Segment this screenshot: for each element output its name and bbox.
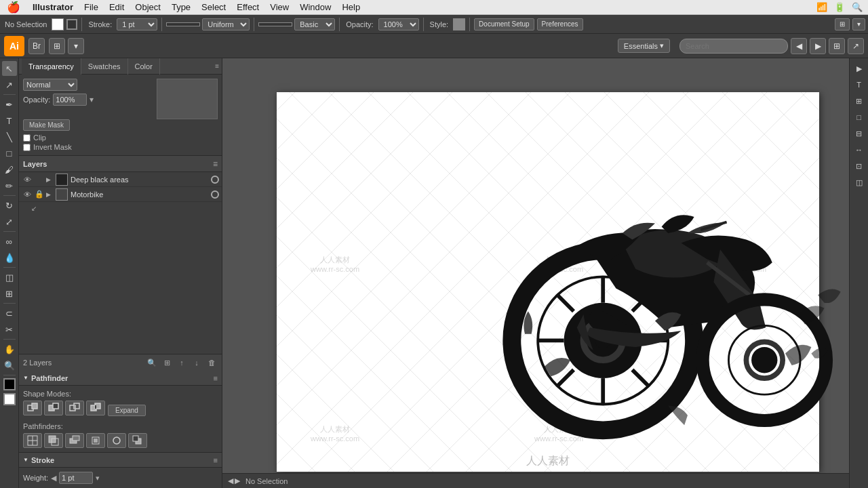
menu-help[interactable]: Help bbox=[336, 0, 366, 15]
crop-btn[interactable] bbox=[86, 433, 105, 448]
expand-arrow-1[interactable]: ▶ bbox=[46, 176, 53, 183]
intersect-btn[interactable] bbox=[65, 401, 84, 415]
stroke-header[interactable]: ▼ Stroke ≡ bbox=[19, 453, 222, 468]
right-panel-icon-4[interactable]: ⊟ bbox=[852, 126, 867, 141]
search-layers-icon[interactable]: 🔍 bbox=[146, 357, 158, 369]
line-tool[interactable]: ╲ bbox=[2, 129, 17, 144]
zoom-tool[interactable]: 🔍 bbox=[2, 358, 17, 373]
tab-color[interactable]: Color bbox=[128, 58, 160, 75]
menu-window[interactable]: Window bbox=[294, 0, 336, 15]
pencil-tool[interactable]: ✏ bbox=[2, 178, 17, 193]
weight-stepper-left[interactable]: ◀ bbox=[51, 474, 56, 483]
menu-type[interactable]: Type bbox=[166, 0, 196, 15]
right-panel-icon-3[interactable]: □ bbox=[852, 110, 867, 125]
outline-btn[interactable] bbox=[107, 433, 126, 448]
gradient-tool[interactable]: ◫ bbox=[2, 270, 17, 285]
rect-tool[interactable]: □ bbox=[2, 146, 17, 161]
menu-illustrator[interactable]: Illustrator bbox=[27, 0, 79, 15]
trim-btn[interactable] bbox=[44, 433, 63, 448]
stroke-menu-icon[interactable]: ≡ bbox=[214, 456, 218, 464]
stroke-tool-color[interactable] bbox=[3, 393, 16, 405]
apple-menu[interactable]: 🍎 bbox=[7, 1, 20, 14]
status-arrow-right[interactable]: ▶ bbox=[235, 476, 240, 485]
invert-mask-checkbox[interactable] bbox=[23, 144, 31, 151]
tab-transparency[interactable]: Transparency bbox=[22, 58, 81, 75]
right-panel-icon-1[interactable]: T bbox=[852, 77, 867, 92]
table-row[interactable]: 👁 ▶ Deep black areas bbox=[19, 172, 222, 187]
layer-lock-2[interactable]: 🔒 bbox=[34, 189, 45, 200]
clip-checkbox[interactable] bbox=[23, 134, 31, 142]
essentials-button[interactable]: Essentials ▾ bbox=[618, 39, 670, 53]
search-input[interactable] bbox=[679, 39, 788, 54]
right-panel-icon-2[interactable]: ⊞ bbox=[852, 94, 867, 108]
opacity-stepper[interactable]: ▾ bbox=[90, 95, 94, 104]
status-arrow-left[interactable]: ◀ bbox=[228, 476, 233, 485]
eyedropper-tool[interactable]: 💧 bbox=[2, 250, 17, 265]
expand-arrow-2[interactable]: ▶ bbox=[46, 191, 53, 198]
style-swatch[interactable] bbox=[453, 18, 465, 30]
tab-swatches[interactable]: Swatches bbox=[81, 58, 128, 75]
blend-tool[interactable]: ∞ bbox=[2, 234, 17, 249]
pathfinder-header[interactable]: ▼ Pathfinder ≡ bbox=[19, 371, 222, 386]
divide-btn[interactable] bbox=[23, 433, 42, 448]
menu-view[interactable]: View bbox=[264, 0, 294, 15]
mesh-tool[interactable]: ⊞ bbox=[2, 286, 17, 301]
nav-back-icon[interactable]: ◀ bbox=[791, 38, 807, 54]
lasso-tool[interactable]: ⊂ bbox=[2, 306, 17, 321]
table-row[interactable]: 👁 🔒 ▶ Motorbike bbox=[19, 187, 222, 202]
menu-object[interactable]: Object bbox=[130, 0, 166, 15]
rotate-tool[interactable]: ↻ bbox=[2, 198, 17, 213]
move-layer-down-icon[interactable]: ↓ bbox=[191, 357, 203, 369]
delete-layer-icon[interactable]: 🗑 bbox=[205, 357, 218, 369]
layer-visibility-2[interactable]: 👁 bbox=[22, 189, 33, 200]
layer-lock-1[interactable] bbox=[34, 174, 45, 185]
exclude-btn[interactable] bbox=[86, 401, 105, 415]
layer-visibility-1[interactable]: 👁 bbox=[22, 174, 33, 185]
weight-stepper-right[interactable]: ▾ bbox=[96, 474, 100, 483]
expand-icon[interactable]: ↗ bbox=[848, 38, 864, 54]
scissors-tool[interactable]: ✂ bbox=[2, 322, 17, 337]
menu-edit[interactable]: Edit bbox=[104, 0, 130, 15]
panel-toggle-icon[interactable]: ⊞ bbox=[829, 38, 845, 54]
right-panel-icon-5[interactable]: ↔ bbox=[852, 142, 867, 157]
preferences-button[interactable]: Preferences bbox=[537, 18, 583, 30]
opacity-panel-input[interactable] bbox=[53, 94, 87, 106]
minus-back-btn[interactable] bbox=[128, 433, 147, 448]
menu-effect[interactable]: Effect bbox=[231, 0, 264, 15]
stroke-type-select[interactable]: Uniform bbox=[202, 18, 250, 30]
minus-front-btn[interactable] bbox=[44, 401, 63, 415]
scale-tool[interactable]: ⤢ bbox=[2, 214, 17, 229]
search-menu-icon[interactable]: 🔍 bbox=[852, 2, 863, 12]
menu-file[interactable]: File bbox=[79, 0, 104, 15]
panel-collapse-icon[interactable]: ≡ bbox=[215, 62, 219, 70]
selection-tool[interactable]: ↖ bbox=[2, 61, 17, 76]
hand-tool[interactable]: ✋ bbox=[2, 342, 17, 357]
expand-button[interactable]: Expand bbox=[108, 405, 146, 416]
layer-target-1[interactable] bbox=[211, 176, 219, 184]
type-tool[interactable]: T bbox=[2, 113, 17, 128]
toggle-view-icon[interactable]: ▾ bbox=[68, 38, 84, 54]
stroke-weight-select[interactable]: 1 pt bbox=[117, 18, 157, 30]
pathfinder-menu-icon[interactable]: ≡ bbox=[214, 374, 218, 382]
opacity-select[interactable]: 100% bbox=[378, 18, 419, 30]
bridge-icon[interactable]: Br bbox=[28, 38, 45, 54]
paintbrush-tool[interactable]: 🖌 bbox=[2, 162, 17, 177]
right-panel-icon-7[interactable]: ◫ bbox=[852, 175, 867, 190]
menu-select[interactable]: Select bbox=[196, 0, 231, 15]
layers-menu-icon[interactable]: ≡ bbox=[213, 159, 218, 169]
merge-btn[interactable] bbox=[65, 433, 84, 448]
make-mask-button[interactable]: Make Mask bbox=[23, 119, 70, 131]
stroke-swatch[interactable] bbox=[66, 19, 77, 30]
direct-selection-tool[interactable]: ↗ bbox=[2, 77, 17, 92]
arrange-view-icon[interactable]: ⊞ bbox=[49, 38, 65, 54]
document-setup-button[interactable]: Document Setup bbox=[474, 18, 534, 30]
move-layer-up-icon[interactable]: ↑ bbox=[176, 357, 188, 369]
pen-tool[interactable]: ✒ bbox=[2, 97, 17, 112]
stroke-style-select[interactable]: Basic bbox=[294, 18, 335, 30]
fill-swatch[interactable] bbox=[52, 18, 64, 30]
new-layer-icon[interactable]: ⊞ bbox=[161, 357, 173, 369]
layer-target-2[interactable] bbox=[211, 190, 219, 199]
arrange-icon[interactable]: ⊞ bbox=[835, 18, 850, 30]
unite-btn[interactable] bbox=[23, 401, 42, 415]
options-icon[interactable]: ▾ bbox=[852, 18, 865, 30]
